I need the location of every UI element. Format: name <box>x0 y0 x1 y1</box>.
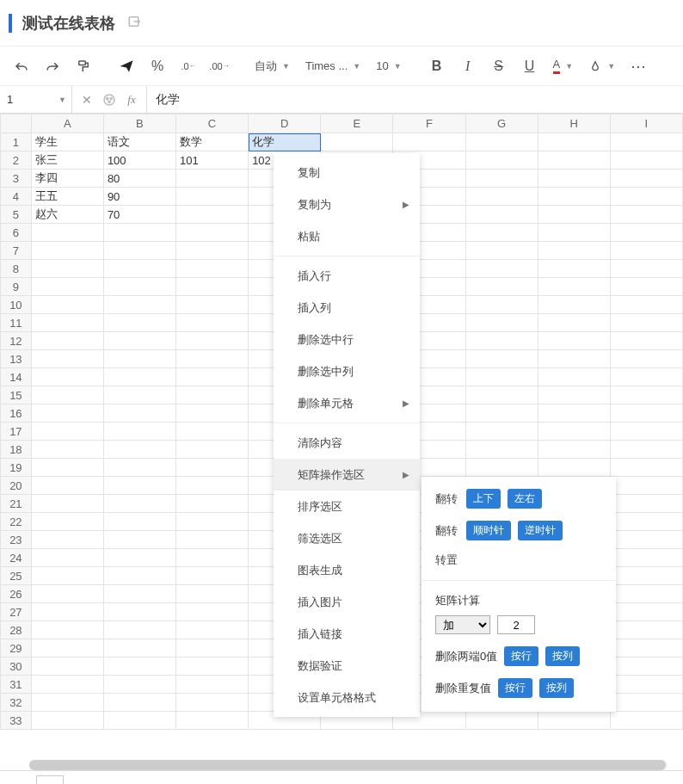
cell[interactable] <box>103 585 175 603</box>
cell[interactable] <box>538 260 610 278</box>
cell[interactable] <box>31 296 103 314</box>
del-dup-bycol-button[interactable]: 按列 <box>539 678 574 698</box>
cell[interactable] <box>465 151 538 170</box>
cell[interactable] <box>176 477 249 495</box>
cell[interactable] <box>538 133 610 151</box>
cell[interactable] <box>103 477 175 495</box>
cell[interactable] <box>465 386 538 404</box>
cell[interactable] <box>31 441 103 459</box>
matrix-op-select[interactable]: 加 <box>435 615 490 634</box>
row-header[interactable]: 22 <box>1 513 32 531</box>
cell[interactable] <box>31 477 103 495</box>
cell[interactable] <box>176 188 249 206</box>
col-header[interactable]: F <box>393 114 465 133</box>
cell[interactable] <box>103 423 175 441</box>
cell[interactable] <box>103 621 175 639</box>
cell[interactable] <box>610 404 682 423</box>
ctx-copy[interactable]: 复制 <box>274 157 420 188</box>
percent-button[interactable]: % <box>145 53 170 79</box>
row-header[interactable]: 16 <box>1 404 32 423</box>
cell[interactable] <box>31 676 103 694</box>
cell[interactable] <box>610 170 682 188</box>
cell[interactable]: 王五 <box>31 188 103 206</box>
col-header[interactable]: E <box>321 114 393 133</box>
cell[interactable]: 90 <box>103 188 175 206</box>
flip-leftright-button[interactable]: 左右 <box>508 489 542 509</box>
cell[interactable] <box>610 350 682 368</box>
formula-input[interactable]: 化学 <box>147 86 683 113</box>
cell[interactable] <box>610 676 682 694</box>
cell[interactable] <box>31 639 103 657</box>
cell[interactable] <box>103 386 175 404</box>
cell[interactable] <box>176 657 249 676</box>
cell[interactable] <box>176 260 249 278</box>
matrix-op-value[interactable] <box>497 615 535 634</box>
cell[interactable] <box>103 603 175 621</box>
cell[interactable] <box>610 477 682 495</box>
cell[interactable] <box>610 332 682 350</box>
cell[interactable] <box>610 224 682 242</box>
cell[interactable] <box>31 621 103 639</box>
cell[interactable] <box>538 350 610 368</box>
cell[interactable] <box>31 332 103 350</box>
cell[interactable] <box>465 224 538 242</box>
cell[interactable] <box>31 368 103 386</box>
ctx-delete-sel-col[interactable]: 删除选中列 <box>274 355 420 387</box>
cell[interactable] <box>31 386 103 404</box>
cell[interactable] <box>176 224 249 242</box>
send-icon[interactable] <box>114 53 139 79</box>
cell[interactable] <box>176 242 249 260</box>
cell[interactable] <box>31 314 103 332</box>
color-wheel-icon[interactable] <box>100 90 119 109</box>
cell[interactable] <box>31 459 103 477</box>
cell[interactable] <box>176 585 249 603</box>
cell[interactable] <box>538 712 610 730</box>
cell[interactable] <box>610 386 682 404</box>
cell[interactable] <box>538 441 610 459</box>
cell[interactable] <box>103 404 175 423</box>
decrease-decimal-button[interactable]: .0← <box>175 53 201 79</box>
cell[interactable] <box>610 188 682 206</box>
col-header[interactable]: H <box>538 114 610 133</box>
row-header[interactable]: 15 <box>1 386 32 404</box>
cell[interactable]: 数学 <box>176 133 249 151</box>
cell[interactable] <box>176 621 249 639</box>
cell[interactable] <box>103 368 175 386</box>
cell[interactable] <box>31 657 103 676</box>
sheet-tab[interactable] <box>36 775 64 784</box>
cell[interactable] <box>31 549 103 567</box>
cell[interactable] <box>31 423 103 441</box>
cell[interactable] <box>465 314 538 332</box>
cell[interactable]: 70 <box>103 206 175 224</box>
cell[interactable] <box>610 314 682 332</box>
cell[interactable] <box>610 531 682 549</box>
cell[interactable] <box>610 639 682 657</box>
cell[interactable] <box>176 350 249 368</box>
cell[interactable] <box>538 404 610 423</box>
cell[interactable] <box>103 296 175 314</box>
ctx-chart-gen[interactable]: 图表生成 <box>274 554 420 586</box>
fx-icon[interactable]: fx <box>122 90 141 109</box>
font-size-select[interactable]: 10 ▼ <box>371 53 406 79</box>
cell[interactable] <box>176 278 249 296</box>
cell[interactable] <box>31 603 103 621</box>
cell[interactable] <box>103 513 175 531</box>
cell[interactable] <box>176 441 249 459</box>
cell[interactable] <box>465 368 538 386</box>
cell[interactable] <box>538 314 610 332</box>
cell[interactable] <box>103 242 175 260</box>
cell[interactable] <box>465 423 538 441</box>
rotate-ccw-button[interactable]: 逆时针 <box>518 521 563 540</box>
cell[interactable] <box>538 423 610 441</box>
format-painter-button[interactable] <box>71 53 96 79</box>
row-header[interactable]: 20 <box>1 477 32 495</box>
redo-button[interactable] <box>40 53 65 79</box>
cell[interactable] <box>103 332 175 350</box>
cell[interactable] <box>538 151 610 170</box>
cell[interactable] <box>538 459 610 477</box>
wrap-mode-select[interactable]: 自动 ▼ <box>249 53 295 79</box>
cell[interactable]: 赵六 <box>31 206 103 224</box>
row-header[interactable]: 26 <box>1 585 32 603</box>
cell[interactable] <box>538 224 610 242</box>
ctx-copy-as[interactable]: 复制为▶ <box>274 188 420 220</box>
